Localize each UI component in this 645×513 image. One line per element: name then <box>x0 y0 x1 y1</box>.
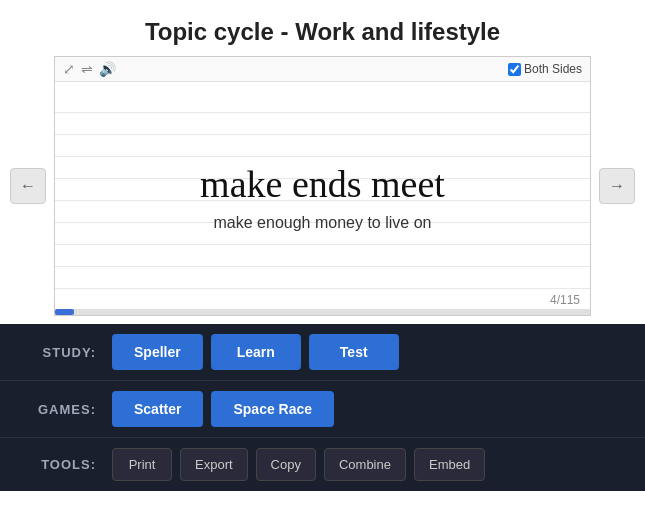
next-button[interactable]: → <box>599 168 635 204</box>
games-btn-group: Scatter Space Race <box>112 391 334 427</box>
expand-icon[interactable]: ⤢ <box>63 61 75 77</box>
flashcard-area: ← ⤢ ⇌ 🔊 Both Sides make ends meet make e… <box>0 56 645 316</box>
both-sides-label[interactable]: Both Sides <box>508 62 582 76</box>
space-race-button[interactable]: Space Race <box>211 391 334 427</box>
games-label: GAMES: <box>16 402 96 417</box>
export-button[interactable]: Export <box>180 448 248 481</box>
both-sides-checkbox[interactable] <box>508 63 521 76</box>
print-button[interactable]: Print <box>112 448 172 481</box>
flashcard-content: make ends meet make enough money to live… <box>55 97 590 297</box>
card-definition: make enough money to live on <box>214 214 432 232</box>
page-title: Topic cycle - Work and lifestyle <box>0 0 645 56</box>
flashcard-card: ⤢ ⇌ 🔊 Both Sides make ends meet make eno… <box>54 56 591 316</box>
audio-icon[interactable]: 🔊 <box>99 61 116 77</box>
speller-button[interactable]: Speller <box>112 334 203 370</box>
bottom-panel: STUDY: Speller Learn Test GAMES: Scatter… <box>0 324 645 491</box>
study-row: STUDY: Speller Learn Test <box>0 324 645 381</box>
both-sides-text: Both Sides <box>524 62 582 76</box>
prev-button[interactable]: ← <box>10 168 46 204</box>
tools-label: TOOLS: <box>16 457 96 472</box>
test-button[interactable]: Test <box>309 334 399 370</box>
card-term: make ends meet <box>200 162 445 206</box>
flashcard-toolbar: ⤢ ⇌ 🔊 Both Sides <box>55 57 590 82</box>
learn-button[interactable]: Learn <box>211 334 301 370</box>
games-row: GAMES: Scatter Space Race <box>0 381 645 438</box>
study-label: STUDY: <box>16 345 96 360</box>
shuffle-icon[interactable]: ⇌ <box>81 61 93 77</box>
progress-bar-container <box>55 309 590 315</box>
progress-bar-fill <box>55 309 74 315</box>
tools-btn-group: Print Export Copy Combine Embed <box>112 448 485 481</box>
flashcard-progress-text: 4/115 <box>550 293 580 307</box>
study-btn-group: Speller Learn Test <box>112 334 399 370</box>
copy-button[interactable]: Copy <box>256 448 316 481</box>
tools-row: TOOLS: Print Export Copy Combine Embed <box>0 438 645 491</box>
scatter-button[interactable]: Scatter <box>112 391 203 427</box>
embed-button[interactable]: Embed <box>414 448 485 481</box>
combine-button[interactable]: Combine <box>324 448 406 481</box>
